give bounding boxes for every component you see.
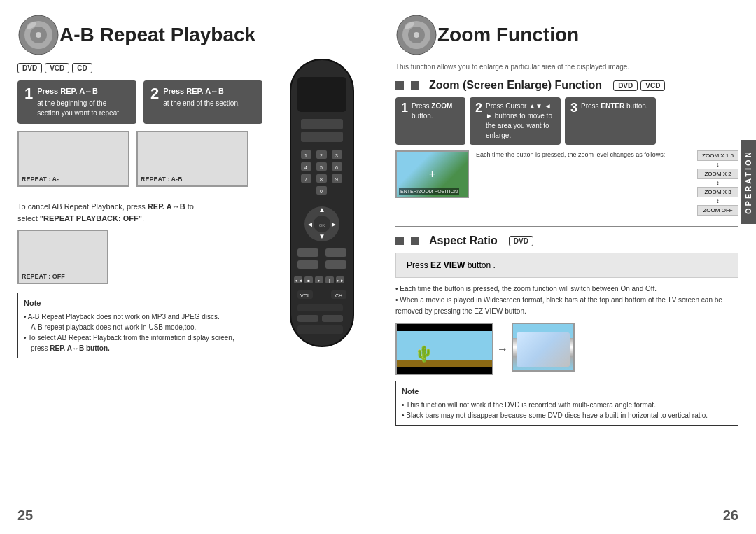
svg-text:◄◄: ◄◄: [294, 279, 302, 283]
zoom-step3-note: Each time the button is pressed, the zoo…: [476, 150, 690, 160]
page-number-right: 26: [723, 507, 738, 524]
screen-2-label: REPEAT : A-B: [141, 176, 183, 183]
zoom-arrow-2: ↕: [697, 180, 738, 186]
svg-text:8: 8: [320, 177, 323, 182]
section-divider: [396, 226, 738, 227]
svg-text:■: ■: [307, 279, 310, 283]
svg-text:2: 2: [320, 153, 323, 158]
zoom-step-3-content: Press ENTER button.: [581, 101, 650, 111]
disc-icon-left: [18, 14, 59, 56]
zoom-section: Zoom (Screen Enlarge) Function DVD VCD 1…: [396, 79, 738, 216]
svg-text:CH: CH: [335, 293, 342, 298]
subtitle: This function allows you to enlarge a pa…: [396, 63, 738, 71]
remote-control: 1 2 3 4 5 6 7 8 9 0 ▲ ▼ ◄ ► OK: [280, 56, 371, 352]
right-page: OPERATION Zoom Function This function al…: [378, 0, 756, 534]
svg-text:▲: ▲: [318, 206, 326, 213]
svg-rect-36: [298, 248, 318, 257]
zoom-step-3: 3 Press ENTER button.: [565, 97, 656, 145]
left-title: A-B Repeat Playback: [59, 24, 255, 46]
step-content-2: Press REP. A↔B at the end of the section…: [163, 86, 255, 108]
note-title-right: Note: [402, 386, 732, 398]
svg-text:OK: OK: [319, 223, 326, 227]
zoom-step-1-text: Press ZOOM button.: [412, 101, 460, 121]
zoom-level-1: ZOOM X 1.5: [697, 150, 738, 161]
svg-text:►: ►: [317, 279, 321, 283]
zoom-step-num-3: 3: [570, 101, 578, 114]
step-box-2: 2 Press REP. A↔B at the end of the secti…: [144, 80, 262, 124]
svg-rect-8: [301, 132, 343, 142]
top-bar: [397, 324, 492, 331]
ez-view-box: Press EZ VIEW button .: [396, 253, 738, 278]
note-item-2b: press REP. A↔B button.: [24, 343, 277, 353]
enter-zoom-screen: ENTER/ZOOM POSITION +: [396, 150, 469, 198]
svg-text:9: 9: [335, 177, 338, 182]
step-num-2: 2: [150, 86, 159, 101]
screen-3-label: REPEAT : OFF: [22, 273, 65, 280]
bottom-bar: [397, 367, 492, 374]
aspect-title: Aspect Ratio: [429, 234, 498, 247]
svg-rect-55: [298, 315, 318, 322]
zoom-arrow-1: ↕: [697, 162, 738, 168]
svg-text:7: 7: [304, 177, 307, 182]
note-item-1b: A-B repeat playback does not work in USB…: [24, 322, 277, 332]
zoom-step-1: 1 Press ZOOM button.: [396, 97, 465, 145]
svg-text:||: ||: [328, 279, 331, 283]
zoom-level-2: ZOOM X 2: [697, 169, 738, 179]
svg-text:1: 1: [304, 153, 307, 158]
aspect-badge: DVD: [509, 236, 533, 246]
screen-1: REPEAT : A-: [18, 131, 130, 187]
left-content: DVD VCD CD 1 Press REP. A↔B at the begin…: [18, 63, 284, 358]
note-item-2: • To select AB Repeat Playback from the …: [24, 332, 277, 343]
crosshair: +: [429, 168, 435, 181]
aspect-section: Aspect Ratio DVD Press EZ VIEW button . …: [396, 234, 738, 426]
svg-rect-7: [301, 119, 343, 129]
svg-text:6: 6: [335, 165, 338, 170]
svg-rect-56: [322, 315, 343, 322]
clouds-image: [513, 324, 573, 370]
svg-text:►►: ►►: [336, 279, 344, 283]
step-num-1: 1: [24, 86, 33, 101]
page-number-left: 25: [18, 507, 33, 524]
zoom-badge-dvd: DVD: [613, 80, 638, 91]
aspect-bullets: • Each time the button is pressed, the z…: [396, 283, 738, 317]
zoom-visual-row: ENTER/ZOOM POSITION + Each time the butt…: [396, 150, 738, 216]
operation-tab: OPERATION: [741, 140, 756, 224]
aspect-bullet-2: [411, 237, 419, 245]
bullet-1: [396, 81, 404, 90]
ez-view-off-box: EZ VIEW OFF: [512, 323, 575, 372]
svg-text:◄: ◄: [307, 220, 314, 228]
svg-text:4: 4: [304, 165, 307, 170]
zoom-step-2-text: Press Cursor ▲▼ ◄ ► buttons to move to t…: [486, 101, 555, 141]
zoom-step-num-2: 2: [475, 101, 482, 114]
zoom-step-3-text: Press ENTER button.: [581, 101, 650, 111]
svg-text:VOL: VOL: [300, 293, 310, 298]
badge-group-left: DVD VCD CD: [18, 63, 284, 73]
svg-rect-54: [298, 304, 343, 311]
disc-icon-right: [396, 14, 438, 56]
note-right-item-2: • Black bars may not disappear because s…: [402, 410, 732, 421]
cactus: 🌵: [414, 345, 433, 363]
left-header: A-B Repeat Playback: [18, 14, 360, 56]
note-right-item-1: • This function will not work if the DVD…: [402, 400, 732, 410]
landscape-screen: 🌵: [396, 323, 493, 375]
note-item-1: • A-B Repeat Playback does not work on M…: [24, 311, 277, 322]
enter-zoom-screen-container: ENTER/ZOOM POSITION +: [396, 150, 469, 198]
note-title-left: Note: [24, 297, 277, 309]
zoom-steps-row: 1 Press ZOOM button. 2 Press Cursor ▲▼ ◄…: [396, 97, 738, 145]
step-box-1: 1 Press REP. A↔B at the beginning of the…: [18, 80, 136, 124]
clouds-inner: [517, 332, 570, 367]
ez-view-off-content: EZ VIEW OFF: [513, 324, 573, 370]
enter-zoom-label: ENTER/ZOOM POSITION: [399, 188, 459, 195]
left-page: A-B Repeat Playback DVD VCD CD 1 Press R…: [0, 0, 378, 534]
aspect-images-row: 🌵 → EZ VIEW OFF: [396, 323, 738, 375]
remote-svg: 1 2 3 4 5 6 7 8 9 0 ▲ ▼ ◄ ► OK: [280, 56, 364, 350]
screens-row-1: REPEAT : A- REPEAT : A-B: [18, 131, 284, 194]
screen-1-label: REPEAT : A-: [22, 176, 59, 183]
zoom-function-header: Zoom (Screen Enlarge) Function DVD VCD: [396, 79, 738, 92]
cancel-text: To cancel AB Repeat Playback, press REP.…: [18, 201, 284, 224]
step1-text: Press REP. A↔B: [37, 86, 130, 97]
svg-rect-37: [326, 248, 346, 257]
svg-text:►: ►: [330, 220, 337, 228]
aspect-bullet-1: [396, 237, 404, 245]
svg-text:▼: ▼: [318, 232, 326, 240]
